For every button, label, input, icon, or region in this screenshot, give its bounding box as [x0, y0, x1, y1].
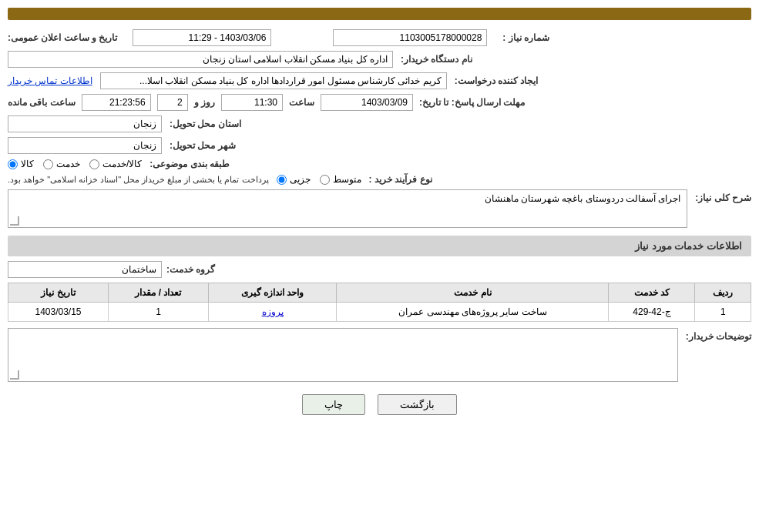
sharhKoli-label: شرح کلی نیاز: [695, 189, 751, 203]
grohe-value: ساختمان [8, 261, 162, 278]
cell-tedad: 1 [109, 303, 209, 322]
cell-radif: 1 [695, 303, 751, 322]
sharhKoli-value: اجرای آسفالت دردوستای باغچه شهرستان ماهن… [485, 193, 681, 204]
noeFarayand-motavasset-label: متوسط [333, 174, 361, 185]
cell-kod: ج-42-429 [609, 303, 695, 322]
mohlat-baghimande-label: ساعت باقی مانده [8, 97, 76, 108]
row-namDastgah: نام دستگاه خریدار: اداره کل بنیاد مسکن ا… [8, 51, 751, 68]
tabaqe-kala-radio[interactable] [8, 159, 18, 169]
noeFarayand-label: نوع فرآیند خرید : [369, 174, 432, 185]
col-kod: کد خدمت [609, 283, 695, 303]
tabaqe-kala-khidmat: کالا/خدمت [89, 159, 142, 169]
tabaqe-kala-label: کالا [21, 159, 34, 169]
tawsiyat-box [8, 328, 678, 382]
mohlat-label: مهلت ارسال پاسخ: تا تاریخ: [419, 97, 525, 108]
ittelaat-tamas-link[interactable]: اطلاعات تماس خریدار [8, 75, 92, 86]
page-title [8, 8, 751, 20]
tabaqe-kala-khidmat-radio[interactable] [89, 159, 99, 169]
sharh-koli-section: شرح کلی نیاز: اجرای آسفالت دردوستای باغچ… [8, 189, 751, 228]
table-row: 1 ج-42-429 ساخت سایر پروژه‌های مهندسی عم… [8, 303, 751, 322]
tawsiyat-label: توضیحات خریدار: [686, 328, 751, 342]
noeFarayand-motavasset-radio[interactable] [320, 175, 330, 185]
ostan-label: استان محل تحویل: [170, 119, 241, 129]
col-vahed: واحد اندازه گیری [208, 283, 336, 303]
row-ijadKonande: ایجاد کننده درخواست: کریم خدائی کارشناس … [8, 72, 751, 89]
page-wrapper: شماره نیاز : 1103005178000028 1403/03/06… [0, 0, 759, 532]
tabaqe-kala-khidmat-label: کالا/خدمت [102, 159, 142, 169]
noeFarayand-motavasset: متوسط [320, 174, 361, 185]
col-name: نام خدمت [337, 283, 609, 303]
tabaqe-khidmat: خدمت [43, 159, 80, 169]
tabaqe-label: طبقه بندی موضوعی: [149, 159, 230, 169]
col-tarikh: تاریخ نیاز [8, 283, 109, 303]
cell-vahed: پروزه [208, 303, 336, 322]
tabaqe-kala: کالا [8, 159, 34, 169]
tarikh-value: 1403/03/06 - 11:29 [133, 29, 271, 46]
back-button[interactable]: بازگشت [378, 394, 457, 415]
noeFarayand-jozi-radio[interactable] [277, 175, 287, 185]
mohlat-date: 1403/03/09 [321, 94, 413, 111]
namDastgah-value: اداره کل بنیاد مسکن انقلاب اسلامی استان … [8, 51, 393, 68]
row-shomareNiaz: شماره نیاز : 1103005178000028 1403/03/06… [8, 29, 751, 46]
resize-handle[interactable] [10, 216, 19, 226]
mohlat-baghimande: 21:23:56 [82, 94, 151, 111]
col-tedad: تعداد / مقدار [109, 283, 209, 303]
khadamat-section-header: اطلاعات خدمات مورد نیاز [8, 236, 751, 256]
ijadKonande-label: ایجاد کننده درخواست: [455, 75, 539, 86]
row-shahr: شهر محل تحویل: زنجان [8, 137, 751, 154]
mohlat-saat-label: ساعت [289, 97, 314, 108]
row-noeFarayand: نوع فرآیند خرید : متوسط جزیی پرداخت تمام… [8, 174, 751, 185]
tabaqe-khidmat-label: خدمت [56, 159, 80, 169]
noeFarayand-jozi-label: جزیی [290, 174, 311, 185]
mohlat-saat: 11:30 [221, 94, 283, 111]
grohe-row: گروه خدمت: ساختمان [8, 261, 751, 278]
namDastgah-label: نام دستگاه خریدار: [401, 54, 472, 65]
ijadKonande-value: کریم خدائی کارشناس مسئول امور قراردادها … [100, 72, 447, 89]
button-row: بازگشت چاپ [8, 394, 751, 415]
shahr-label: شهر محل تحویل: [170, 140, 236, 151]
noeFarayand-radio-group: متوسط جزیی [277, 174, 361, 185]
noeFarayand-note: پرداخت تمام یا بخشی از مبلغ خریداز محل "… [8, 175, 269, 185]
col-radif: ردیف [695, 283, 751, 303]
services-table: ردیف کد خدمت نام خدمت واحد اندازه گیری ت… [8, 283, 751, 322]
shomareNiaz-label: شماره نیاز : [502, 32, 549, 43]
tabaqe-khidmat-radio[interactable] [43, 159, 53, 169]
print-button[interactable]: چاپ [302, 394, 365, 415]
cell-tarikh: 1403/03/15 [8, 303, 109, 322]
ostan-value: زنجان [8, 115, 162, 132]
shahr-value: زنجان [8, 137, 162, 154]
sharhKoli-box: اجرای آسفالت دردوستای باغچه شهرستان ماهن… [8, 189, 687, 228]
cell-name: ساخت سایر پروژه‌های مهندسی عمران [337, 303, 609, 322]
tawsiyat-resize-handle[interactable] [10, 370, 19, 380]
grohe-label: گروه خدمت: [166, 264, 215, 275]
row-mohlat: مهلت ارسال پاسخ: تا تاریخ: 1403/03/09 سا… [8, 94, 751, 111]
row-ostan: استان محل تحویل: زنجان [8, 115, 751, 132]
mohlat-rooz-label: روز و [194, 97, 215, 108]
tawsiyat-section: توضیحات خریدار: [8, 328, 751, 382]
shomareNiaz-value: 1103005178000028 [333, 29, 487, 46]
row-tabaqe: طبقه بندی موضوعی: کالا/خدمت خدمت کالا [8, 159, 751, 169]
mohlat-rooz: 2 [157, 94, 188, 111]
noeFarayand-jozi: جزیی [277, 174, 311, 185]
tarikh-label: تاریخ و ساعت اعلان عمومی: [8, 32, 117, 43]
tabaqe-radio-group: کالا/خدمت خدمت کالا [8, 159, 142, 169]
